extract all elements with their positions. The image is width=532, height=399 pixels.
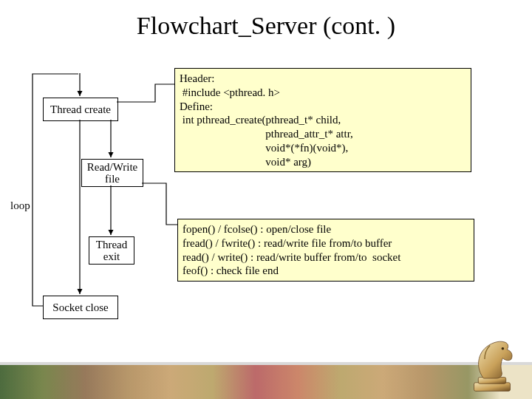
loop-label: loop	[10, 200, 30, 212]
box-socket-close: Socket close	[43, 296, 118, 319]
info-fileio: fopen() / fcolse() : open/close file fre…	[177, 219, 474, 282]
footer-background	[0, 365, 532, 399]
flow-arrows	[0, 0, 532, 399]
box-thread-exit: Thread exit	[89, 236, 134, 265]
box-thread-create: Thread create	[43, 98, 118, 121]
slide: Flowchart_Server (cont. ) Thread create …	[0, 0, 532, 399]
info-pthread: Header: #include <pthread. h> Define: in…	[174, 68, 471, 172]
page-title: Flowchart_Server (cont. )	[0, 12, 532, 40]
svg-point-6	[502, 347, 505, 350]
box-read-write-file: Read/Write file	[81, 159, 143, 187]
